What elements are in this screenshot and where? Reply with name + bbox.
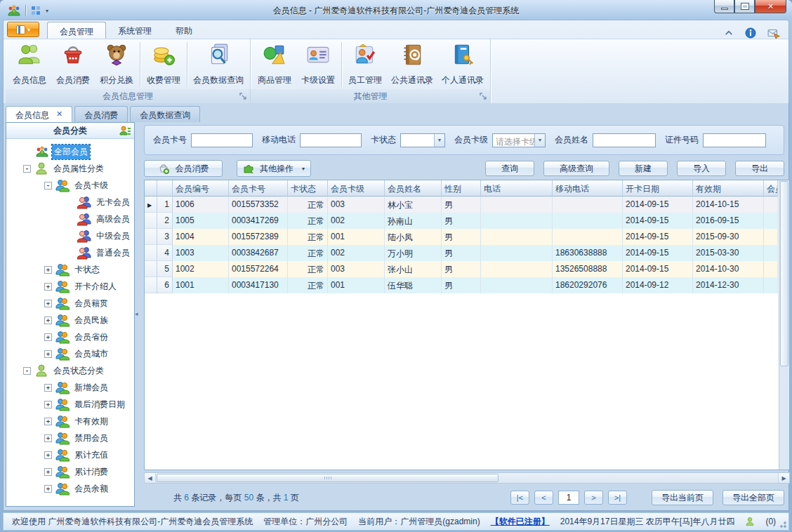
doc-tab-3[interactable]: 会员数据查询	[130, 106, 200, 122]
column-header[interactable]: 移动电话	[553, 180, 623, 197]
expand-icon[interactable]: +	[44, 434, 52, 442]
tree-item[interactable]: -会员卡级	[6, 177, 134, 194]
filter-input-1[interactable]	[191, 133, 253, 147]
row-selector-cell[interactable]	[145, 245, 157, 261]
filter-select-4[interactable]: 请选择卡级▼	[492, 133, 546, 147]
ribbon-tab-1[interactable]: 会员管理	[47, 22, 106, 39]
prev-page-button[interactable]: <	[534, 491, 553, 505]
vertical-scrollbar-thumb[interactable]	[780, 181, 788, 366]
column-header[interactable]: 会员编号	[173, 180, 229, 197]
scroll-left-icon[interactable]: ◀	[145, 473, 156, 483]
expand-icon[interactable]: +	[44, 283, 52, 291]
next-page-button[interactable]: >	[584, 491, 603, 505]
maximize-button[interactable]	[734, 0, 755, 13]
quick-access-dropdown-icon[interactable]: ▾	[46, 8, 48, 14]
other-operations-button[interactable]: 其他操作 ▾	[237, 160, 311, 177]
tree-item[interactable]: 无卡会员	[6, 194, 134, 211]
column-header[interactable]: 性别	[442, 180, 481, 197]
license-registered-link[interactable]: 【软件已注册】	[491, 516, 550, 528]
table-row[interactable]: ▶110060015573352正常003林小宝男2014-09-152014-…	[145, 197, 789, 213]
tree-item[interactable]: -会员状态分类	[6, 362, 134, 379]
toolbar-button-5[interactable]: 导出	[735, 161, 784, 176]
filter-input-6[interactable]	[703, 133, 766, 147]
resize-grip[interactable]	[777, 519, 787, 528]
row-selector-cell[interactable]	[145, 229, 157, 245]
tree-item[interactable]: +累计消费	[6, 463, 134, 480]
scroll-right-icon[interactable]: ▶	[778, 473, 789, 483]
column-header[interactable]: 会员卡级	[328, 180, 385, 197]
table-row[interactable]: 410030003842687正常002万小明男186306388882014-…	[145, 245, 789, 261]
toolbar-button-1[interactable]: 查询	[485, 161, 534, 176]
expand-icon[interactable]: +	[44, 317, 52, 324]
row-selector-cell[interactable]: ▶	[145, 197, 157, 213]
ribbon-button-2-1[interactable]: 商品管理	[253, 40, 296, 89]
expand-icon[interactable]: +	[44, 468, 52, 476]
expand-icon[interactable]: +	[44, 384, 52, 392]
expand-icon[interactable]: +	[44, 300, 52, 307]
ribbon-tab-3[interactable]: 帮助	[164, 22, 204, 39]
row-selector-cell[interactable]	[145, 277, 157, 293]
page-number-input[interactable]	[558, 491, 579, 505]
tree-item[interactable]: +会员省份	[6, 328, 134, 345]
sidebar-collapse-icon[interactable]: ◂	[135, 310, 138, 317]
export-current-page-button[interactable]: 导出当前页	[652, 490, 713, 505]
column-header[interactable]: 开卡日期	[623, 180, 693, 197]
collapse-icon[interactable]: -	[44, 182, 52, 189]
horizontal-scrollbar-thumb[interactable]	[157, 474, 499, 482]
expand-icon[interactable]: +	[44, 418, 52, 425]
tree-item[interactable]: 高级会员	[6, 211, 134, 227]
collapse-icon[interactable]: -	[23, 165, 31, 173]
dialog-launcher-icon[interactable]	[239, 93, 247, 100]
column-header[interactable]: 会员卡号	[229, 180, 288, 197]
member-consume-button[interactable]: 会员消费	[144, 160, 223, 177]
tree-item[interactable]: +会员民族	[6, 312, 134, 328]
export-all-pages-button[interactable]: 导出全部页	[722, 490, 784, 505]
expand-icon[interactable]: +	[44, 333, 52, 341]
expand-icon[interactable]: +	[44, 401, 52, 408]
ribbon-button-1-3[interactable]: 积分兑换	[95, 40, 138, 89]
ribbon-button-1-1[interactable]: 会员信息	[8, 40, 51, 89]
category-settings-icon[interactable]	[119, 125, 131, 136]
tree-item[interactable]: 普通会员	[6, 244, 134, 261]
chevron-down-icon[interactable]: ▼	[534, 134, 545, 147]
column-header[interactable]: 卡状态	[288, 180, 328, 197]
toolbar-button-2[interactable]: 高级查询	[543, 161, 609, 176]
tree-item[interactable]: +禁用会员	[6, 430, 134, 446]
dialog-launcher-icon[interactable]	[480, 93, 487, 100]
ribbon-button-2-5[interactable]: 个人通讯录	[437, 40, 488, 89]
expand-icon[interactable]: +	[44, 485, 52, 493]
ribbon-tab-2[interactable]: 系统管理	[106, 22, 164, 39]
ribbon-button-1-2[interactable]: 会员消费	[51, 40, 95, 89]
table-row[interactable]: 510020015572264正常003张小山男135265088882014-…	[145, 261, 789, 277]
ribbon-button-1-4[interactable]: 收费管理	[142, 40, 185, 89]
ribbon-button-2-3[interactable]: 员工管理	[343, 40, 387, 89]
ribbon-button-2-2[interactable]: 卡级设置	[296, 40, 340, 89]
tree-item[interactable]: +卡状态	[6, 261, 134, 278]
filter-select-3[interactable]: ▼	[400, 133, 445, 147]
column-header[interactable]: 会员姓名	[385, 180, 442, 197]
tab-close-icon[interactable]: ✕	[56, 109, 62, 122]
row-selector-cell[interactable]	[145, 213, 157, 229]
close-button[interactable]: ✕	[755, 0, 786, 13]
column-header[interactable]: 会员余额	[764, 180, 778, 197]
collapse-icon[interactable]: -	[23, 367, 31, 375]
collapse-ribbon-icon[interactable]	[724, 28, 734, 38]
last-page-button[interactable]: >|	[608, 491, 627, 505]
application-menu-button[interactable]: ▾	[7, 22, 39, 37]
tree-item[interactable]: -会员属性分类	[6, 160, 134, 177]
ribbon-button-1-5[interactable]: 会员数据查询	[189, 40, 248, 89]
toolbar-button-3[interactable]: 新建	[619, 161, 668, 176]
feedback-mail-icon[interactable]	[767, 27, 780, 39]
tree-item[interactable]: +开卡介绍人	[6, 278, 134, 295]
expand-icon[interactable]: +	[44, 350, 52, 358]
tree-item[interactable]: +会员城市	[6, 345, 134, 362]
tree-item[interactable]: +最后消费日期	[6, 396, 134, 413]
tree-item[interactable]: +会员籍贯	[6, 295, 134, 312]
first-page-button[interactable]: |<	[510, 491, 529, 505]
ribbon-button-2-4[interactable]: 公共通讯录	[387, 40, 437, 89]
column-header[interactable]: 电话	[481, 180, 553, 197]
horizontal-scrollbar[interactable]: ◀ ▶	[144, 472, 790, 484]
filter-input-5[interactable]	[593, 133, 656, 147]
vertical-scrollbar[interactable]	[779, 180, 789, 470]
tree-item[interactable]: +会员余额	[6, 480, 134, 497]
